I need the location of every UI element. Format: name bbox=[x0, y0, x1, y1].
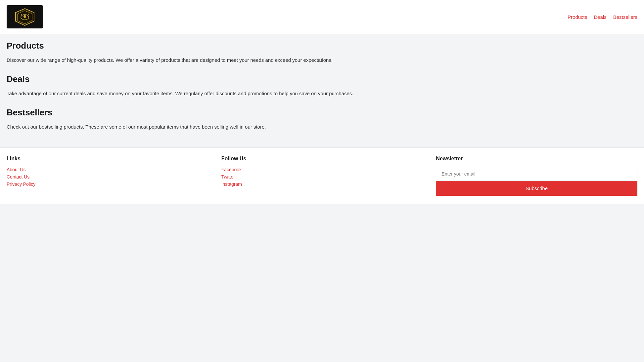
logo-container bbox=[7, 5, 43, 28]
newsletter-form: Subscribe bbox=[436, 167, 637, 196]
footer-links-col: Links About Us Contact Us Privacy Policy bbox=[7, 156, 208, 196]
newsletter-email-input[interactable] bbox=[436, 167, 637, 181]
bestsellers-section: Bestsellers Check out our bestselling pr… bbox=[7, 107, 637, 131]
footer-newsletter-col: Newsletter Subscribe bbox=[436, 156, 637, 196]
bestsellers-heading: Bestsellers bbox=[7, 107, 637, 118]
logo-box bbox=[7, 5, 43, 28]
footer-newsletter-heading: Newsletter bbox=[436, 156, 637, 162]
footer-social-col: Follow Us Facebook Twitter Instagram bbox=[221, 156, 423, 196]
svg-point-5 bbox=[23, 15, 26, 18]
deals-section: Deals Take advantage of our current deal… bbox=[7, 74, 637, 98]
bestsellers-body: Check out our bestselling products. Thes… bbox=[7, 123, 637, 131]
footer-contact-us[interactable]: Contact Us bbox=[7, 174, 208, 180]
main-nav: Products Deals Bestsellers bbox=[568, 14, 637, 20]
nav-bestsellers[interactable]: Bestsellers bbox=[613, 14, 637, 20]
footer-links-heading: Links bbox=[7, 156, 208, 162]
footer-privacy-policy[interactable]: Privacy Policy bbox=[7, 181, 208, 187]
footer-instagram[interactable]: Instagram bbox=[221, 181, 423, 187]
newsletter-subscribe-button[interactable]: Subscribe bbox=[436, 181, 637, 196]
main-content: Products Discover our wide range of high… bbox=[0, 34, 644, 147]
products-body: Discover our wide range of high-quality … bbox=[7, 56, 637, 64]
footer-social-heading: Follow Us bbox=[221, 156, 423, 162]
deals-body: Take advantage of our current deals and … bbox=[7, 90, 637, 98]
nav-deals[interactable]: Deals bbox=[594, 14, 606, 20]
nav-products[interactable]: Products bbox=[568, 14, 587, 20]
footer-about-us[interactable]: About Us bbox=[7, 167, 208, 172]
site-footer: Links About Us Contact Us Privacy Policy… bbox=[0, 147, 644, 204]
products-heading: Products bbox=[7, 41, 637, 51]
footer-facebook[interactable]: Facebook bbox=[221, 167, 423, 172]
deals-heading: Deals bbox=[7, 74, 637, 84]
footer-twitter[interactable]: Twitter bbox=[221, 174, 423, 180]
site-header: Products Deals Bestsellers bbox=[0, 0, 644, 34]
products-section: Products Discover our wide range of high… bbox=[7, 41, 637, 64]
logo-icon bbox=[15, 8, 35, 26]
